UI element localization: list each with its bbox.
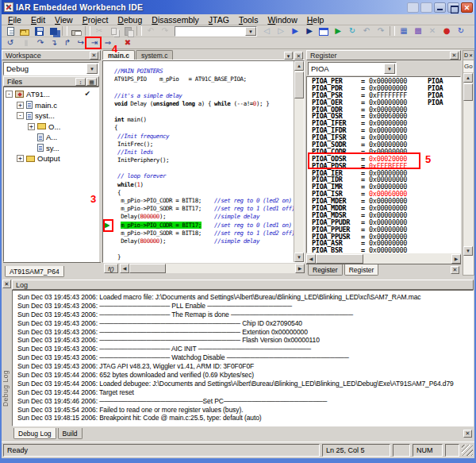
save-all-button[interactable] [47,25,60,37]
next-statement-button[interactable]: ↪ [75,37,87,48]
menu-edit[interactable]: Edit [26,15,50,25]
find-combo[interactable]: ▼ [175,26,257,37]
menu-help[interactable]: Help [302,15,329,25]
minimize-button[interactable] [434,2,446,13]
paste-button[interactable] [121,25,134,37]
collapse-icon[interactable]: - [6,91,13,98]
scroll-up-icon[interactable]: ▲ [294,61,304,71]
cut-button[interactable]: ✂ [93,25,106,37]
tab-build-1[interactable]: Build [58,428,83,439]
close-button[interactable]: ✕ [461,2,473,13]
tree-item-main-c[interactable]: +main.c [4,100,98,111]
function-list-button[interactable]: f() [104,264,118,273]
scroll-right-icon[interactable]: ▶ [451,254,461,264]
navigate-back-button[interactable]: ↶ [360,25,373,37]
undo-button[interactable]: ↶ [144,25,157,37]
collapse-icon[interactable]: - [17,112,24,119]
scroll-down-icon[interactable]: ▼ [294,253,304,262]
toggle-breakpoint-button[interactable]: ▶ [303,25,316,37]
open-file-button[interactable] [18,25,31,37]
expand-icon[interactable]: + [17,155,24,162]
scroll-right-icon[interactable]: ▶ [295,264,305,273]
build-all-button[interactable]: ▩ [412,25,424,37]
scroll-left-icon[interactable]: ◀ [120,264,129,273]
workspace-close-icon[interactable]: ✕ [90,52,98,60]
make-button[interactable]: ▦ [397,25,410,37]
columns-icon[interactable]: ▦ [86,78,97,86]
scrollbar-thumb[interactable] [129,264,166,273]
copy-button[interactable] [107,25,120,37]
register-tabs-close-icon[interactable]: ✕ [451,266,459,274]
menu-jtag[interactable]: JTAG [204,15,234,25]
scroll-down-icon[interactable]: ▼ [463,246,473,256]
target-combo[interactable]: Debug ▼ [3,62,99,75]
title-bar[interactable]: IAR Embedded Workbench IDE ✕ [2,0,474,14]
window-extra-button-2[interactable] [420,2,432,13]
chevron-down-icon[interactable]: ▼ [86,64,98,74]
debug-button[interactable]: ● [440,25,453,37]
find-next-button[interactable]: ▷ [274,25,287,37]
step-out-button[interactable]: ↱ [61,37,74,48]
restart-debugger-button[interactable]: ↻ [455,25,467,37]
scrollbar-thumb[interactable] [463,83,473,101]
menu-debug[interactable]: Debug [113,15,147,25]
tree-item-o-[interactable]: +O... [4,122,98,133]
scrollbar-thumb[interactable] [316,254,363,264]
log-tabs-close-icon[interactable]: ✕ [463,430,472,438]
stop-build-button[interactable]: ✕ [426,25,439,37]
find-combo-input[interactable] [175,27,245,36]
register-group-combo[interactable]: PIOA ▼ [308,62,397,75]
menu-file[interactable]: File [3,15,26,25]
editor-close-icon[interactable]: ✕ [294,52,303,60]
stop-debugging-button[interactable]: ✖ [121,37,134,48]
menu-disassembly[interactable]: Disassembly [147,15,204,25]
run-to-cursor-button[interactable]: ⇥ [88,37,101,48]
tab-project[interactable]: AT91SAM7_P64 [5,266,64,277]
scrollbar-thumb[interactable] [294,71,304,98]
download-and-debug-button[interactable]: ▶ [332,25,344,37]
editor-vertical-scrollbar[interactable]: ▲ ▼ [294,61,304,262]
register-horizontal-scrollbar[interactable]: ◀ ▶ [306,253,461,264]
tab-register-register-0[interactable]: Register [308,264,343,276]
step-over-button[interactable]: ↷ [34,37,47,48]
find-previous-button[interactable]: ◁ [260,25,273,37]
scroll-up-icon[interactable]: ▲ [463,73,473,83]
window-extra-button-1[interactable] [407,2,419,13]
tab-main-c[interactable]: main.c [102,50,135,60]
print-button[interactable] [70,25,83,37]
tree-item-sy-[interactable]: sy... [4,143,98,154]
files-column-header[interactable]: Files ↕ ▦ [3,76,99,87]
watch-window-button[interactable] [317,25,330,37]
tree-item-syst-[interactable]: -syst... [4,110,98,122]
log-output[interactable]: Sun Dec 03 19:45:43 2006: Loaded macro f… [12,290,474,426]
tree-item-at91-[interactable]: -AT91...✔ [4,89,98,100]
tab-system-c[interactable]: system.c [136,50,174,60]
refresh-button[interactable]: ↻ [346,25,359,37]
new-file-button[interactable] [4,25,17,37]
log-close-icon[interactable]: ✕ [2,280,11,288]
expand-icon[interactable]: + [17,102,24,109]
code-editor[interactable]: //MAIN POINTERSAT91PS_PIO m_pPio = AT91C… [102,60,305,263]
reset-button[interactable]: ↺ [4,37,17,48]
menu-window[interactable]: Window [263,15,301,25]
scroll-left-icon[interactable]: ◀ [306,254,316,264]
menu-tools[interactable]: Tools [234,15,263,25]
tab-register-register-1[interactable]: Register [344,264,379,276]
disassembly-scrollbar[interactable]: ▲ ▼ [463,73,474,256]
tab-list-icon[interactable]: ▾ [284,52,293,60]
sort-icon[interactable]: ↕ [75,78,86,86]
tree-item-output[interactable]: +Output [4,153,98,164]
resize-grip[interactable] [462,445,473,456]
tree-item-a-[interactable]: A... [4,132,98,143]
go-to-definition-button[interactable]: ▶ [289,25,301,37]
expand-icon[interactable]: + [28,123,35,130]
editor-horizontal-scrollbar[interactable]: ◀ ▶ [120,264,305,273]
save-button[interactable] [33,25,45,37]
navigate-forward-button[interactable]: ↷ [374,25,387,37]
chevron-down-icon[interactable]: ▼ [245,27,256,36]
tab-debug-log-0[interactable]: Debug Log [13,428,56,439]
break-button[interactable]: ▮ [20,37,33,48]
menu-project[interactable]: Project [78,15,113,25]
redo-button[interactable]: ↷ [159,25,171,37]
disassembly-close-icon[interactable]: ✕ [469,52,473,58]
